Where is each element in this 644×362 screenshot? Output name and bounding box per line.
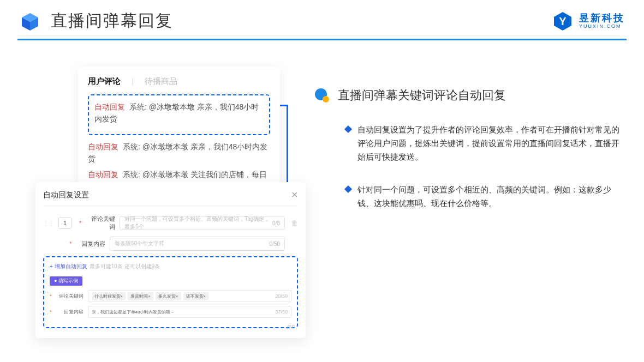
bubble-icon [314,87,330,104]
brand-name-cn: 昱新科技 [579,13,625,23]
content-input[interactable]: 每条限50个中文字符 0/50 [110,237,285,251]
diamond-icon [344,185,352,193]
keyword-input[interactable]: 对同一个问题，可设置多个相近、高频的关键词，Tag确定，最多5个 0/8 [120,216,285,230]
add-auto-reply-link[interactable]: + 增加自动回复 最多可建10条 还可以创建9条 [50,263,291,270]
example-chip: ● 填写示例 [50,276,82,286]
index-number: 1 [58,217,71,229]
bullet-item: 针对同一个问题，可设置多个相近的、高频的关键词。例如：这款多少钱、这块能优惠吗、… [314,183,625,210]
diamond-icon [344,125,352,133]
tab-user-comments[interactable]: 用户评论 [88,76,121,87]
example-keyword-tags: 什么时候发货× 发货时间× 多久发货× 还不发货× 20/50 [88,290,291,302]
settings-title: 自动回复设置 [43,190,89,200]
brand-logo: Y 昱新科技 YUUXIN.COM [552,10,625,32]
comment-row: 自动回复 系统: @冰墩墩本墩 亲亲，我们48小时内发货 [94,101,264,125]
example-block: + 增加自动回复 最多可建10条 还可以创建9条 ● 填写示例 * 评论关键词 … [43,256,298,328]
drag-handle-icon[interactable]: ⋮⋮ [43,220,54,226]
close-icon[interactable]: ✕ [291,190,298,200]
keyword-label: 评论关键词 [86,215,115,231]
highlighted-comment: 自动回复 系统: @冰墩墩本墩 亲亲，我们48小时内发货 [88,94,270,135]
example-content-value: 亲，我们这边都是下单48小时内发货的哦～ 37/50 [88,306,291,318]
svg-text:Y: Y [559,15,567,27]
svg-point-6 [323,96,329,102]
content-label: 回复内容 [76,240,105,248]
comment-row: 自动回复 系统: @冰墩墩本墩 亲亲，我们48小时内发货 [88,141,270,165]
connector-line [280,105,288,106]
page-title: 直播间弹幕回复 [51,10,173,32]
page-header: 直播间弹幕回复 Y 昱新科技 YUUXIN.COM [0,0,644,32]
section-title: 直播间弹幕关键词评论自动回复 [338,87,506,104]
bullet-item: 自动回复设置为了提升作者的评论回复效率，作者可在开播前针对常见的评论用户问题，提… [314,123,625,164]
extra-count: /50 [287,324,295,330]
tab-pending-products[interactable]: 待播商品 [145,76,177,87]
auto-reply-settings-card: 自动回复设置 ✕ ⋮⋮ 1 * 评论关键词 对同一个问题，可设置多个相近、高频的… [35,182,306,338]
auto-reply-badge: 自动回复 [94,102,125,111]
delete-icon[interactable]: 🗑 [291,219,298,227]
cube-icon [19,10,41,32]
brand-name-en: YUUXIN.COM [579,24,625,29]
